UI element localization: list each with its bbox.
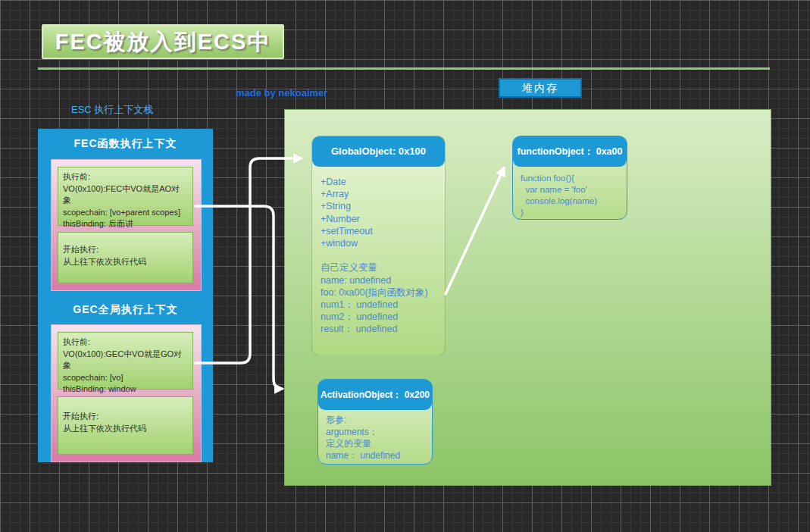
gec-before-box: 执行前: VO(0x100):GEC中VO就是GO对象 scopechain: … [58,332,193,390]
global-object-node: GlobalObject: 0x100 +Date +Array +String… [311,136,446,356]
credit-label: made by nekoaimer [236,87,327,99]
fec-before-box: 执行前: VO(0x100):FEC中VO就是AO对象 scopechain: … [58,167,193,226]
function-object-body: function foo(){ var name = 'foo' console… [513,167,627,219]
gec-run-box: 开始执行: 从上往下依次执行代码 [58,396,193,455]
function-object-header: functionObject： 0xa00 [513,136,627,167]
global-object-header: GlobalObject: 0x100 [312,136,445,167]
activation-object-node: ActivationObject： 0x200 形参: arguments： 定… [317,379,433,465]
stack-label: ESC 执行上下文栈 [71,103,153,117]
fec-context-box: 执行前: VO(0x100):FEC中VO就是AO对象 scopechain: … [51,159,202,291]
global-object-body: +Date +Array +String +Number +setTimeout… [312,167,445,355]
title-underline [38,67,770,70]
heap-label: 堆内存 [499,78,582,98]
activation-object-body: 形参: arguments： 定义的变量 name： undefined [318,410,432,464]
page-title: FEC被放入到ECS中 [42,24,284,59]
fec-run-box: 开始执行: 从上往下依次执行代码 [58,232,193,283]
gec-context-title: GEC全局执行上下文 [38,303,213,317]
function-object-node: functionObject： 0xa00 function foo(){ va… [512,136,627,220]
fec-context-title: FEC函数执行上下文 [38,137,213,151]
gec-context-box: 执行前: VO(0x100):GEC中VO就是GO对象 scopechain: … [51,324,202,462]
execution-context-stack-panel: FEC函数执行上下文 执行前: VO(0x100):FEC中VO就是AO对象 s… [38,129,213,462]
activation-object-header: ActivationObject： 0x200 [318,380,432,410]
